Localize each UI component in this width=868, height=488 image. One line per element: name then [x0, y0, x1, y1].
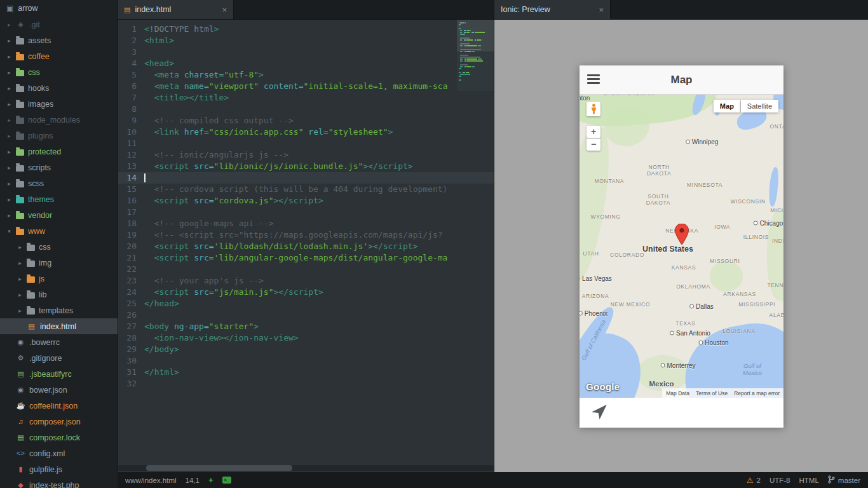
chevron-right-icon[interactable]: ▸	[6, 22, 12, 28]
code-line[interactable]: 19 <!-- <script src="https://maps.google…	[118, 229, 494, 241]
code-line[interactable]: 13 <script src="lib/ionic/js/ionic.bundl…	[118, 161, 494, 172]
google-map[interactable]: SASKATCHEWANEdmontonONTARIOWinnipegNORTH…	[580, 95, 783, 398]
code-line[interactable]: 21 <script src='lib/angular-google-maps/…	[118, 252, 494, 264]
chevron-right-icon[interactable]: ▸	[6, 117, 12, 123]
tree-item-index.html[interactable]: ▤index.html	[0, 318, 118, 334]
chevron-right-icon[interactable]: ▸	[17, 244, 23, 250]
chevron-right-icon[interactable]: ▸	[6, 212, 12, 219]
code-line[interactable]: 25</head>	[118, 298, 494, 309]
tree-item-themes[interactable]: ▸themes	[0, 191, 118, 207]
code-line[interactable]: 8	[118, 104, 494, 115]
chevron-right-icon[interactable]: ▸	[6, 69, 12, 76]
tree-item-gulpfile.js[interactable]: ▮gulpfile.js	[0, 461, 118, 477]
chevron-right-icon[interactable]: ▸	[17, 292, 23, 298]
chevron-right-icon[interactable]: ▸	[6, 180, 12, 187]
git-branch-indicator[interactable]: master	[828, 475, 860, 485]
close-icon[interactable]: ×	[599, 5, 604, 15]
tree-item-.git[interactable]: ▸◈.git	[0, 17, 118, 32]
chevron-right-icon[interactable]: ▸	[6, 37, 12, 44]
tree-item-coffee[interactable]: ▸coffee	[0, 48, 118, 64]
chevron-right-icon[interactable]: ▸	[17, 260, 23, 266]
code-line[interactable]: 14	[118, 172, 494, 184]
code-line[interactable]: 6 <meta name="viewport" content="initial…	[118, 81, 494, 92]
encoding-selector[interactable]: UTF-8	[770, 477, 790, 484]
zoom-in-button[interactable]: +	[587, 126, 600, 138]
code-line[interactable]: 18 <!-- google-maps api -->	[118, 218, 494, 229]
map-type-map-button[interactable]: Map	[714, 100, 740, 112]
terms-of-use-link[interactable]: Terms of Use	[696, 390, 728, 396]
tab-ionic-preview[interactable]: Ionic: Preview ×	[494, 0, 611, 19]
tree-item-config.xml[interactable]: <>config.xml	[0, 445, 118, 461]
map-type-satellite-button[interactable]: Satellite	[741, 100, 778, 112]
pegman-control[interactable]	[587, 102, 600, 116]
tab-index-html[interactable]: ▤ index.html ×	[118, 0, 234, 19]
code-line[interactable]: 15 <!-- cordova script (this will be a 4…	[118, 184, 494, 195]
chevron-right-icon[interactable]: ▸	[6, 85, 12, 92]
tree-item-images[interactable]: ▸images	[0, 96, 118, 112]
chevron-right-icon[interactable]: ▸	[17, 276, 23, 282]
code-editor[interactable]: 1<!DOCTYPE html>2<html>34<head>5 <meta c…	[118, 20, 494, 472]
code-line[interactable]: 17	[118, 207, 494, 218]
report-map-error-link[interactable]: Report a map error	[734, 390, 780, 396]
chevron-right-icon[interactable]: ▸	[6, 149, 12, 155]
minimap[interactable]	[457, 20, 494, 91]
zoom-out-button[interactable]: −	[587, 139, 600, 151]
tree-item-scripts[interactable]: ▸scripts	[0, 159, 118, 175]
chevron-right-icon[interactable]: ▸	[6, 165, 12, 171]
chevron-right-icon[interactable]: ▸	[6, 101, 12, 107]
navigate-icon[interactable]	[591, 403, 607, 423]
code-line[interactable]: 5 <meta charset="utf-8">	[118, 69, 494, 81]
code-line[interactable]: 1<!DOCTYPE html>	[118, 24, 494, 35]
code-line[interactable]: 32	[118, 378, 494, 390]
code-line[interactable]: 9 <!-- compiled css output -->	[118, 115, 494, 126]
code-line[interactable]: 4<head>	[118, 58, 494, 69]
tree-item-vendor[interactable]: ▸vendor	[0, 207, 118, 223]
code-line[interactable]: 28 <ion-nav-view></ion-nav-view>	[118, 332, 494, 344]
tree-item-img[interactable]: ▸img	[0, 255, 118, 271]
tree-item-protected[interactable]: ▸protected	[0, 144, 118, 159]
code-line[interactable]: 31</html>	[118, 367, 494, 378]
diagnostics-indicator[interactable]: ⚠ 2	[747, 476, 761, 485]
chevron-right-icon[interactable]: ▸	[6, 196, 12, 203]
code-line[interactable]: 10 <link href="css/ionic.app.css" rel="s…	[118, 126, 494, 138]
tree-item-coffeelint.json[interactable]: ☕coffeelint.json	[0, 398, 118, 414]
horizontal-scrollbar[interactable]	[118, 465, 494, 471]
tree-item-index-test.php[interactable]: ◆index-test.php	[0, 477, 118, 488]
code-line[interactable]: 29</body>	[118, 344, 494, 355]
tree-item-assets[interactable]: ▸assets	[0, 32, 118, 48]
code-line[interactable]: 26	[118, 309, 494, 321]
plus-icon[interactable]: +	[208, 475, 214, 485]
project-root[interactable]: ▣ arrow	[0, 0, 118, 17]
tree-item-.jsbeautifyrc[interactable]: ▤.jsbeautifyrc	[0, 366, 118, 382]
tree-item-css[interactable]: ▸css	[0, 239, 118, 255]
scrollbar-thumb[interactable]	[146, 465, 292, 471]
tree-item-bower.json[interactable]: ◉bower.json	[0, 382, 118, 398]
tree-item-.gitignore[interactable]: ⚙.gitignore	[0, 350, 118, 366]
code-line[interactable]: 11	[118, 138, 494, 149]
tree-item-.bowerrc[interactable]: ◉.bowerrc	[0, 334, 118, 350]
code-line[interactable]: 7 <title></title>	[118, 92, 494, 104]
grammar-selector[interactable]: HTML	[799, 477, 819, 484]
code-line[interactable]: 22	[118, 264, 494, 275]
tree-item-composer.lock[interactable]: ▤composer.lock	[0, 430, 118, 445]
code-line[interactable]: 27<body ng-app="starter">	[118, 321, 494, 332]
chevron-down-icon[interactable]: ▾	[6, 228, 12, 234]
chevron-right-icon[interactable]: ▸	[6, 133, 12, 139]
tree-item-composer.json[interactable]: ♫composer.json	[0, 414, 118, 430]
tree-item-www[interactable]: ▾www	[0, 223, 118, 239]
code-line[interactable]: 23 <!-- your app's js -->	[118, 275, 494, 287]
terminal-icon[interactable]: >_	[222, 477, 231, 484]
menu-icon[interactable]	[587, 74, 600, 84]
close-icon[interactable]: ×	[222, 5, 227, 15]
code-line[interactable]: 30	[118, 355, 494, 367]
tree-item-plugins[interactable]: ▸plugins	[0, 128, 118, 144]
chevron-right-icon[interactable]: ▸	[6, 53, 12, 60]
map-marker-icon[interactable]	[675, 224, 689, 248]
code-line[interactable]: 24 <script src="js/main.js"></script>	[118, 287, 494, 298]
code-line[interactable]: 20 <script src='lib/lodash/dist/lodash.m…	[118, 241, 494, 252]
tree-item-node_modules[interactable]: ▸node_modules	[0, 112, 118, 128]
code-line[interactable]: 12 <!-- ionic/angularjs js -->	[118, 149, 494, 161]
code-line[interactable]: 16 <script src="cordova.js"></script>	[118, 195, 494, 207]
tree-item-hooks[interactable]: ▸hooks	[0, 80, 118, 96]
tree-item-scss[interactable]: ▸scss	[0, 175, 118, 191]
